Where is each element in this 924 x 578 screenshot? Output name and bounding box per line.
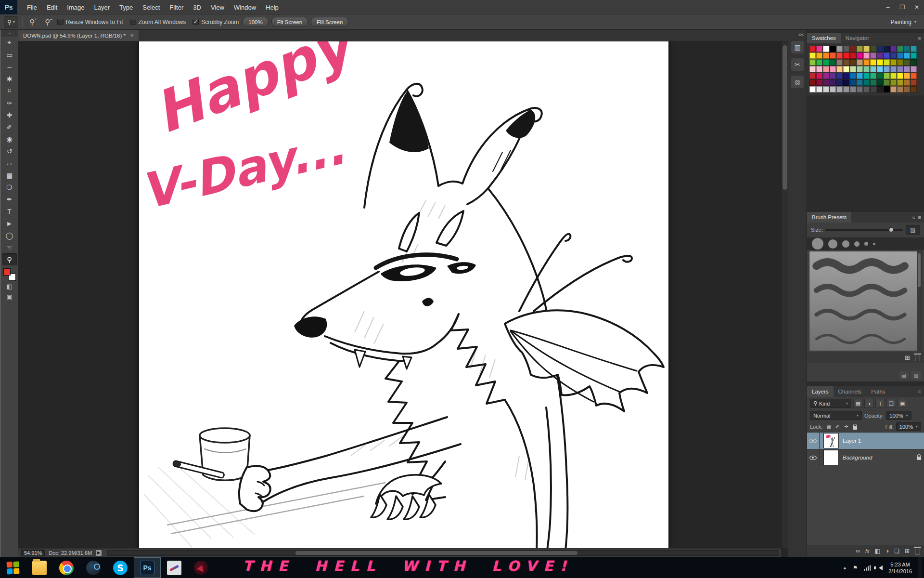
color-swatch[interactable] — [816, 79, 822, 86]
color-swatch[interactable] — [897, 66, 903, 72]
new-adjustment-layer-icon[interactable]: ◑ — [886, 548, 889, 554]
color-swatch[interactable] — [836, 53, 843, 59]
color-swatch[interactable] — [877, 53, 883, 59]
layer-filter-dropdown[interactable]: ⚲ Kind ▾ — [810, 399, 851, 408]
color-swatch[interactable] — [870, 86, 876, 92]
action-center-icon[interactable]: ⚑ — [853, 565, 858, 571]
checkbox-box[interactable] — [130, 19, 136, 25]
color-swatch[interactable] — [823, 73, 829, 79]
color-swatch[interactable] — [830, 46, 836, 52]
color-swatch[interactable] — [823, 66, 829, 72]
network-icon[interactable] — [864, 565, 871, 571]
menu-view[interactable]: View — [206, 0, 229, 14]
checkbox-box[interactable] — [57, 19, 64, 25]
collapsed-panel-1-icon[interactable]: ▤ — [899, 371, 909, 380]
color-swatch[interactable] — [911, 46, 917, 52]
start-button[interactable] — [0, 557, 26, 578]
visibility-toggle[interactable] — [807, 433, 820, 449]
menu-type[interactable]: Type — [115, 0, 138, 14]
color-swatch[interactable] — [877, 66, 883, 72]
tool-lasso[interactable]: ∽ — [2, 61, 17, 73]
color-swatch[interactable] — [877, 73, 883, 79]
color-swatch[interactable] — [816, 46, 822, 52]
tool-eyedropper[interactable]: ✑ — [2, 97, 17, 109]
visibility-toggle[interactable] — [807, 449, 820, 466]
layer-thumbnail[interactable] — [823, 450, 839, 465]
color-swatch[interactable] — [857, 73, 863, 79]
color-swatch[interactable] — [816, 59, 822, 66]
color-swatch[interactable] — [850, 66, 856, 72]
color-swatch[interactable] — [809, 73, 816, 79]
brush-stroke-preview[interactable] — [817, 262, 905, 270]
color-swatch[interactable] — [890, 66, 897, 72]
color-swatch[interactable] — [843, 73, 849, 79]
color-swatch[interactable] — [884, 79, 890, 86]
color-swatch[interactable] — [823, 59, 829, 66]
color-swatch[interactable] — [816, 73, 822, 79]
brush-size-slider-knob[interactable] — [889, 227, 894, 232]
color-swatch[interactable] — [897, 86, 903, 92]
color-swatch[interactable] — [857, 86, 863, 92]
brush-stroke-preview[interactable] — [817, 311, 905, 318]
color-swatch[interactable] — [884, 73, 890, 79]
100--button[interactable]: 100% — [243, 17, 268, 27]
color-swatch[interactable] — [843, 53, 849, 59]
close-button[interactable]: ✕ — [910, 2, 924, 13]
color-swatch[interactable] — [884, 59, 890, 66]
lock-all-icon[interactable] — [851, 423, 859, 431]
color-swatch[interactable] — [897, 79, 903, 86]
layer-row[interactable]: Background — [807, 449, 924, 466]
color-swatch[interactable] — [830, 66, 836, 72]
color-swatch[interactable] — [836, 59, 843, 66]
color-swatch[interactable] — [857, 59, 863, 66]
color-swatch[interactable] — [897, 73, 903, 79]
color-swatch[interactable] — [823, 79, 829, 86]
filter-shape-layers-icon[interactable]: ❑ — [886, 399, 896, 408]
color-swatch[interactable] — [911, 53, 917, 59]
maximize-button[interactable]: ❐ — [895, 2, 910, 13]
menu-edit[interactable]: Edit — [42, 0, 62, 14]
color-swatch[interactable] — [816, 66, 822, 72]
toolstrip-collapse-button[interactable]: » — [1, 30, 18, 37]
color-swatch[interactable] — [857, 53, 863, 59]
color-swatch[interactable] — [850, 53, 856, 59]
lock-position-icon[interactable]: ✛ — [842, 423, 850, 431]
color-swatch[interactable] — [850, 73, 856, 79]
document-tab[interactable]: DOWN.psd @ 54.9% (Layer 1, RGB/16) * × — [18, 30, 139, 41]
taskbar-photoshop[interactable]: Ps — [134, 557, 161, 578]
taskbar-paint-tool-sai[interactable] — [161, 557, 188, 578]
color-swatch[interactable] — [890, 53, 897, 59]
tab-paths[interactable]: Paths — [866, 386, 890, 397]
color-swatch[interactable] — [850, 46, 856, 52]
color-swatch[interactable] — [823, 53, 829, 59]
add-layer-mask-icon[interactable]: ◧ — [875, 548, 880, 554]
tool-rectangular-marquee[interactable]: ▭ — [2, 49, 17, 61]
color-swatch[interactable] — [857, 46, 863, 52]
canvas-viewport[interactable]: Happy V-Day... — [18, 41, 781, 548]
menu-file[interactable]: File — [22, 0, 42, 14]
color-swatch[interactable] — [863, 66, 870, 72]
blend-mode-dropdown[interactable]: Normal ▾ — [810, 411, 862, 420]
taskbar-chrome[interactable] — [53, 557, 80, 578]
delete-brush-icon[interactable] — [915, 355, 920, 361]
brush-tip-sample[interactable] — [854, 241, 860, 247]
color-swatch[interactable] — [870, 59, 876, 66]
opacity-dropdown[interactable]: 100% ▾ — [886, 411, 911, 420]
scissors-icon[interactable]: ✂ — [791, 58, 804, 71]
color-swatch[interactable] — [897, 46, 903, 52]
color-swatch[interactable] — [843, 79, 849, 86]
color-swatch[interactable] — [877, 46, 883, 52]
brush-list-scrollbar[interactable] — [917, 251, 922, 351]
checkbox-scrubby-zoom[interactable]: ✓Scrubby Zoom — [192, 19, 239, 26]
color-swatch[interactable] — [870, 66, 876, 72]
tool-shape[interactable]: ◯ — [2, 229, 17, 241]
color-swatch[interactable] — [843, 46, 849, 52]
color-swatch[interactable] — [830, 73, 836, 79]
color-swatch[interactable] — [863, 73, 870, 79]
color-swatch[interactable] — [836, 86, 843, 92]
color-swatch[interactable] — [877, 59, 883, 66]
filter-smart-objects-icon[interactable]: ▣ — [898, 399, 907, 408]
new-group-icon[interactable]: ❑ — [894, 548, 899, 554]
lock-transparency-icon[interactable]: ▦ — [825, 423, 833, 431]
color-swatch[interactable] — [836, 46, 843, 52]
